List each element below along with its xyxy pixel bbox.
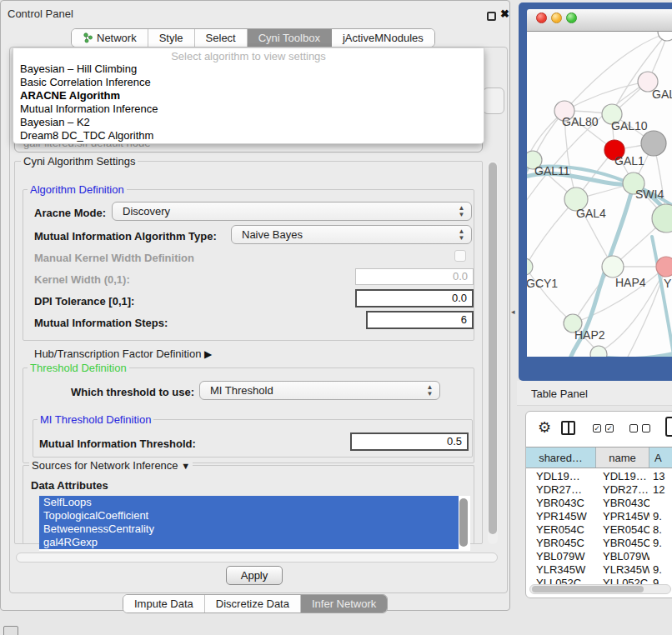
checked-checkbox-icon[interactable]: ✓ xyxy=(605,424,614,432)
mi-threshold-field[interactable]: 0.5 xyxy=(350,432,469,451)
column-header-name[interactable]: name xyxy=(596,448,649,468)
close-traffic-light-icon[interactable] xyxy=(536,12,547,23)
mi-steps-field[interactable]: 6 xyxy=(366,311,474,329)
table-row[interactable]: YER054CYER054C8. xyxy=(526,523,672,537)
network-node-label: GAL4 xyxy=(576,207,606,220)
algorithm-option[interactable]: Dream8 DC_TDC Algorithm xyxy=(13,129,484,142)
table-cell: YBL079W xyxy=(526,550,596,563)
algorithm-option[interactable]: Bayesian – Hill Climbing xyxy=(13,62,484,76)
aracne-mode-label: Aracne Mode: xyxy=(34,207,106,219)
network-node[interactable] xyxy=(641,131,666,156)
gear-icon[interactable]: ⚙ xyxy=(538,418,551,437)
network-node-label: SWI4 xyxy=(635,188,664,201)
which-threshold-combobox[interactable]: MI Threshold ▲▼ xyxy=(199,381,440,400)
manual-kernel-width-label: Manual Kernel Width Definition xyxy=(34,252,194,264)
control-panel-window: Control Panel ✖ Network Style Select xyxy=(0,0,510,611)
data-attributes-label: Data Attributes xyxy=(31,479,108,492)
network-canvas[interactable]: GALGAL80GAL10GAL1GAL11SWI4GAL4GCY1HAP4YH… xyxy=(527,32,672,357)
settings-horizontal-scrollbar[interactable] xyxy=(16,552,498,562)
splitter-collapse-icon[interactable]: ◂ xyxy=(511,308,515,316)
table-row[interactable]: YDR27…YDR27…12 xyxy=(526,483,672,497)
network-edge[interactable] xyxy=(527,267,573,323)
tab-discretize-data[interactable]: Discretize Data xyxy=(205,595,301,612)
column-header-shared-name[interactable]: shared… xyxy=(526,448,596,468)
attributes-scrollbar-thumb[interactable] xyxy=(459,498,468,547)
network-edge-thick[interactable] xyxy=(652,237,672,355)
network-node-label: GCY1 xyxy=(527,277,558,290)
aracne-mode-combobox[interactable]: Discovery ▲▼ xyxy=(112,202,472,221)
dpi-tolerance-field[interactable]: 0.0 xyxy=(355,289,474,308)
table-panel-header: Table Panel xyxy=(517,381,672,406)
zoom-traffic-light-icon[interactable] xyxy=(566,12,577,23)
cyni-algorithm-settings-title: Cyni Algorithm Settings xyxy=(21,155,138,168)
unchecked-checkbox-icon[interactable] xyxy=(642,424,650,432)
table-cell: YBL079W xyxy=(596,550,649,563)
table-cell: YER054C xyxy=(526,523,596,537)
kernel-width-field[interactable]: 0.0 xyxy=(355,268,474,285)
algorithm-option[interactable]: ARACNE Algorithm xyxy=(13,89,484,102)
table-panel-title: Table Panel xyxy=(531,388,588,400)
network-node[interactable] xyxy=(658,32,672,41)
network-edge-thick[interactable] xyxy=(607,353,672,357)
table-row[interactable]: YBR045CYBR045C9. xyxy=(526,537,672,550)
tab-infer-network[interactable]: Infer Network xyxy=(301,595,387,612)
tab-cyni-toolbox[interactable]: Cyni Toolbox xyxy=(248,29,332,47)
tab-network-label: Network xyxy=(97,32,137,44)
attribute-list-item[interactable]: BetweennessCentrality xyxy=(39,522,459,536)
hub-definition-toggle[interactable]: Hub/Transcription Factor Definition ▶ xyxy=(34,348,212,360)
tab-select[interactable]: Select xyxy=(195,29,248,47)
network-node-label: GAL10 xyxy=(611,119,648,132)
table-row[interactable]: YPR145WYPR145W9. xyxy=(526,510,672,523)
table-cell: 9. xyxy=(649,537,672,550)
table-cell: YER054C xyxy=(596,523,649,537)
mi-algorithm-type-combobox[interactable]: Naive Bayes ▲▼ xyxy=(231,225,472,244)
table-cell: 9. xyxy=(649,510,672,523)
network-edge[interactable] xyxy=(527,199,576,267)
table-horizontal-scrollbar-thumb[interactable] xyxy=(532,586,644,592)
settings-vertical-scrollbar-thumb[interactable] xyxy=(489,162,497,534)
table-cell: YBR043C xyxy=(526,497,596,510)
manual-kernel-width-checkbox[interactable] xyxy=(454,250,466,262)
table-cell: YLR345W xyxy=(596,563,649,577)
attribute-list-item[interactable]: SelfLoops xyxy=(39,496,459,509)
algorithm-option[interactable]: Basic Correlation Inference xyxy=(13,76,484,89)
attribute-list-item[interactable]: gal4RGexp xyxy=(39,536,459,549)
table-cell: YBR045C xyxy=(526,537,596,550)
table-row[interactable]: YDL19…YDL19…13 xyxy=(526,470,672,483)
float-window-icon[interactable] xyxy=(487,12,496,21)
checked-checkbox-icon[interactable]: ✓ xyxy=(593,424,601,432)
columns-icon[interactable] xyxy=(561,421,575,435)
close-icon[interactable]: ✖ xyxy=(500,8,509,20)
sources-group-title[interactable]: Sources for Network Inference ▼ xyxy=(29,459,193,472)
table-row[interactable]: YBR043CYBR043C xyxy=(526,497,672,510)
screen: Control Panel ✖ Network Style Select xyxy=(0,0,672,635)
table-row[interactable]: YBL079WYBL079W xyxy=(526,550,672,563)
tab-jactivemnodules[interactable]: jActiveMNodules xyxy=(332,29,434,47)
mi-threshold-label: Mutual Information Threshold: xyxy=(39,438,196,450)
table-cell: YPR145W xyxy=(596,510,649,523)
combo-spinner-icon: ▲▼ xyxy=(458,228,465,242)
network-node[interactable] xyxy=(527,258,533,275)
minimize-traffic-light-icon[interactable] xyxy=(551,12,562,23)
minimized-panel-icon[interactable] xyxy=(3,626,18,635)
attribute-list-item[interactable]: TopologicalCoefficient xyxy=(39,509,459,522)
network-node[interactable] xyxy=(602,256,624,278)
table-cell: YDL19… xyxy=(596,470,649,483)
tab-style[interactable]: Style xyxy=(148,29,195,47)
network-graph[interactable]: GALGAL80GAL10GAL1GAL11SWI4GAL4GCY1HAP4YH… xyxy=(527,32,672,357)
table-cell: YBR045C xyxy=(596,537,649,550)
export-table-icon[interactable] xyxy=(665,417,672,437)
column-header-partial[interactable]: A xyxy=(649,448,672,468)
tab-network[interactable]: Network xyxy=(72,29,148,47)
table-row[interactable]: YLR345WYLR345W9. xyxy=(526,563,672,577)
network-window-titlebar[interactable] xyxy=(527,9,672,32)
algorithm-option[interactable]: Bayesian – K2 xyxy=(13,116,484,129)
table-horizontal-scrollbar[interactable] xyxy=(529,584,671,594)
tab-impute-data[interactable]: Impute Data xyxy=(123,595,205,612)
unchecked-checkbox-icon[interactable] xyxy=(629,424,638,432)
network-node[interactable] xyxy=(590,346,607,357)
algorithm-option[interactable]: Mutual Information Inference xyxy=(13,102,484,116)
apply-button[interactable]: Apply xyxy=(226,566,283,585)
network-node[interactable] xyxy=(656,257,672,277)
data-attributes-list[interactable]: SelfLoopsTopologicalCoefficientBetweenne… xyxy=(39,496,470,551)
